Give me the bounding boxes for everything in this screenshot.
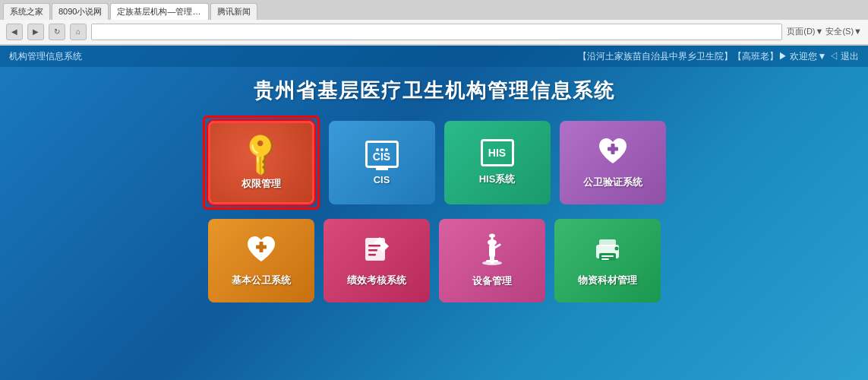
svg-rect-7 [368, 254, 376, 256]
svg-rect-11 [489, 244, 495, 258]
browser-toolbar: ◀ ▶ ↻ ⌂ 页面(D)▼ 安全(S)▼ [0, 20, 868, 45]
shebei-label: 设备管理 [472, 274, 512, 288]
browser-tabs: 系统之家 8090小说网 定族基层机构—管理信息… 腾讯新闻 [0, 0, 868, 20]
module-jibengongwei[interactable]: 基本公卫系统 [208, 219, 314, 302]
svg-rect-19 [601, 255, 614, 257]
shebei-icon [477, 233, 507, 268]
address-bar[interactable] [91, 24, 782, 40]
modules-grid: 🔑 权限管理 CIS CIS HIS [0, 112, 868, 306]
svg-point-21 [614, 247, 618, 251]
svg-point-14 [489, 234, 495, 238]
module-cis[interactable]: CIS CIS [329, 121, 435, 204]
browser-tab-4[interactable]: 腾讯新闻 [210, 3, 257, 20]
app-topbar: 机构管理信息系统 【沿河土家族苗自治县中界乡卫生院】【高班老】▶ 欢迎您▼ ◁ … [0, 46, 868, 67]
browser-settings-label[interactable]: 页面(D)▼ [787, 26, 823, 37]
module-wuzi[interactable]: 物资科材管理 [554, 219, 661, 302]
selected-tile-wrapper: 🔑 权限管理 [203, 116, 320, 210]
gongwei-icon [596, 136, 630, 169]
his-label: HIS系统 [479, 173, 516, 186]
svg-rect-1 [608, 147, 618, 151]
home-button[interactable]: ⌂ [70, 24, 87, 40]
cis-icon: CIS [365, 141, 399, 168]
module-shebei[interactable]: 设备管理 [439, 219, 545, 302]
module-gongwei[interactable]: 公卫验证系统 [560, 121, 666, 204]
wuzi-label: 物资科材管理 [578, 274, 637, 287]
modules-row-2: 基本公卫系统 绩效考核系统 [208, 219, 661, 302]
module-jixiao[interactable]: 绩效考核系统 [324, 219, 430, 302]
jibengongwei-label: 基本公卫系统 [232, 274, 291, 287]
svg-rect-6 [368, 249, 377, 252]
app-system-name: 机构管理信息系统 [9, 50, 82, 63]
his-icon: HIS [481, 139, 514, 166]
app-user-info: 【沿河土家族苗自治县中界乡卫生院】【高班老】▶ 欢迎您▼ ◁ 退出 [578, 50, 859, 63]
svg-rect-3 [256, 245, 267, 249]
jixiao-label: 绩效考核系统 [347, 274, 406, 287]
key-icon: 🔑 [235, 127, 287, 179]
svg-rect-5 [368, 245, 380, 247]
browser-tab-1[interactable]: 系统之家 [3, 3, 50, 20]
forward-button[interactable]: ▶ [27, 24, 44, 40]
browser-chrome: 系统之家 8090小说网 定族基层机构—管理信息… 腾讯新闻 ◀ ▶ ↻ ⌂ 页… [0, 0, 868, 46]
browser-tab-2[interactable]: 8090小说网 [52, 3, 109, 20]
refresh-button[interactable]: ↻ [49, 24, 65, 40]
module-his[interactable]: HIS HIS系统 [444, 121, 551, 204]
app-container: 机构管理信息系统 【沿河土家族苗自治县中界乡卫生院】【高班老】▶ 欢迎您▼ ◁ … [0, 46, 868, 380]
cis-label: CIS [374, 174, 390, 185]
wuzi-icon [592, 234, 623, 268]
svg-rect-20 [601, 258, 609, 260]
modules-row-1: 🔑 权限管理 CIS CIS HIS [203, 116, 666, 210]
gongwei-label: 公卫验证系统 [583, 176, 642, 189]
svg-rect-17 [599, 239, 616, 246]
jibengongwei-icon [245, 234, 278, 268]
browser-tab-3[interactable]: 定族基层机构—管理信息… [110, 3, 209, 20]
browser-security-label[interactable]: 安全(S)▼ [825, 26, 862, 37]
back-button[interactable]: ◀ [6, 24, 23, 40]
jixiao-icon [361, 234, 392, 268]
module-quanxian[interactable]: 🔑 权限管理 [208, 121, 314, 204]
app-title: 贵州省基层医疗卫生机构管理信息系统 [0, 67, 868, 112]
browser-right-buttons: 页面(D)▼ 安全(S)▼ [787, 26, 862, 37]
svg-rect-10 [486, 260, 498, 262]
